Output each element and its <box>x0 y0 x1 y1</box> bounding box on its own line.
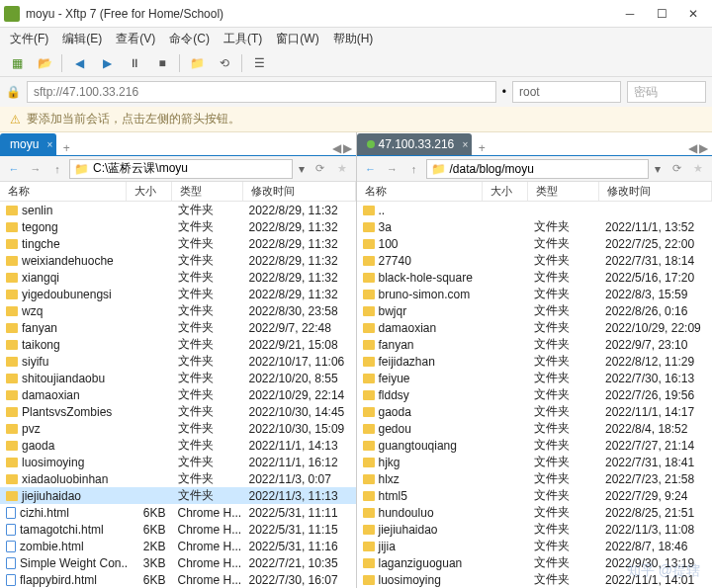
refresh-icon[interactable]: ⟳ <box>667 159 686 179</box>
bookmark-icon[interactable]: ★ <box>332 159 352 179</box>
refresh-icon[interactable]: ⟳ <box>311 159 330 179</box>
tab-prev-icon[interactable]: ◀ <box>688 141 697 155</box>
file-row[interactable]: luosimoying文件夹2022/11/1, 14:01 <box>357 571 713 588</box>
col-size[interactable]: 大小 <box>483 182 528 201</box>
file-row[interactable]: cizhi.html6KBChrome H...2022/5/31, 11:11 <box>0 504 356 521</box>
file-row[interactable]: PlantsvsZombies文件夹2022/10/30, 14:45 <box>0 403 356 420</box>
host-input[interactable]: sftp://47.100.33.216 <box>27 81 496 103</box>
tab-next-icon[interactable]: ▶ <box>343 141 352 155</box>
file-row[interactable]: jijia文件夹2022/8/7, 18:46 <box>357 538 713 554</box>
menu-edit[interactable]: 编辑(E) <box>56 29 108 49</box>
tab-local[interactable]: moyu× <box>0 133 56 155</box>
col-size[interactable]: 大小 <box>127 182 172 201</box>
file-row[interactable]: damaoxian文件夹2022/10/29, 22:14 <box>0 386 356 403</box>
file-row[interactable]: taikong文件夹2022/9/21, 15:08 <box>0 336 356 353</box>
file-row[interactable]: weixiandehuoche文件夹2022/8/29, 11:32 <box>0 252 356 269</box>
file-row[interactable]: bwjqr文件夹2022/8/26, 0:16 <box>357 302 713 319</box>
back-icon[interactable]: ← <box>4 159 24 179</box>
file-row[interactable]: html5文件夹2022/7/29, 9:24 <box>357 487 713 504</box>
file-row[interactable]: yigedoubunengsi文件夹2022/8/29, 11:32 <box>0 286 356 302</box>
tab-add[interactable]: + <box>56 141 76 155</box>
pause-icon[interactable]: ⏸ <box>124 52 145 74</box>
file-row[interactable]: fanyan文件夹2022/9/7, 23:10 <box>357 336 713 353</box>
col-date[interactable]: 修改时间 <box>243 182 356 201</box>
new-folder-icon[interactable]: 📁 <box>186 52 208 74</box>
file-row[interactable]: flddsy文件夹2022/7/26, 19:56 <box>357 386 713 403</box>
menu-help[interactable]: 帮助(H) <box>327 29 380 49</box>
file-row[interactable]: gedou文件夹2022/8/4, 18:52 <box>357 420 713 437</box>
minimize-button[interactable]: ─ <box>615 3 645 25</box>
local-filelist[interactable]: senlin文件夹2022/8/29, 11:32tegong文件夹2022/8… <box>0 202 356 588</box>
file-row[interactable]: jiejiuhaidao文件夹2022/11/3, 11:13 <box>0 487 356 504</box>
file-row[interactable]: feijidazhan文件夹2022/8/12, 11:29 <box>357 353 713 370</box>
local-path-input[interactable]: 📁 C:\蓝桥云课\moyu <box>69 159 293 179</box>
file-row[interactable]: jiejiuhaidao文件夹2022/11/3, 11:08 <box>357 521 713 538</box>
file-row[interactable]: guangtouqiang文件夹2022/7/27, 21:14 <box>357 437 713 454</box>
file-row[interactable]: flappybird.html6KBChrome H...2022/7/30, … <box>0 571 356 588</box>
col-type[interactable]: 类型 <box>172 182 243 201</box>
up-icon[interactable]: ↑ <box>47 159 67 179</box>
menu-command[interactable]: 命令(C) <box>163 29 216 49</box>
file-row[interactable]: 27740文件夹2022/7/31, 18:14 <box>357 252 713 269</box>
transfer-left-icon[interactable]: ◀ <box>68 52 90 74</box>
menu-window[interactable]: 窗口(W) <box>270 29 324 49</box>
file-row[interactable]: black-hole-square文件夹2022/5/16, 17:20 <box>357 269 713 286</box>
queue-icon[interactable]: ☰ <box>248 52 270 74</box>
open-session-icon[interactable]: 📂 <box>34 52 55 74</box>
menu-view[interactable]: 查看(V) <box>110 29 161 49</box>
menu-file[interactable]: 文件(F) <box>4 29 54 49</box>
sync-icon[interactable]: ⟲ <box>214 52 235 74</box>
file-row[interactable]: luosimoying文件夹2022/11/1, 16:12 <box>0 454 356 470</box>
menu-tools[interactable]: 工具(T) <box>218 29 268 49</box>
dropdown-icon[interactable]: ▾ <box>295 162 309 176</box>
file-row[interactable]: hundouluo文件夹2022/8/25, 21:51 <box>357 504 713 521</box>
up-icon[interactable]: ↑ <box>404 159 424 179</box>
tab-next-icon[interactable]: ▶ <box>699 141 708 155</box>
play-icon[interactable]: ▶ <box>96 52 118 74</box>
file-row[interactable]: xiadaoluobinhan文件夹2022/11/3, 0:07 <box>0 470 356 487</box>
file-row[interactable]: laganziguoguan文件夹2022/9/30, 13:19 <box>357 554 713 571</box>
file-row[interactable]: wzq文件夹2022/8/30, 23:58 <box>0 302 356 319</box>
new-session-icon[interactable]: ▦ <box>6 52 28 74</box>
back-icon[interactable]: ← <box>361 159 381 179</box>
file-row[interactable]: gaoda文件夹2022/11/1, 14:13 <box>0 437 356 454</box>
file-row[interactable]: shitoujiandaobu文件夹2022/10/20, 8:55 <box>0 370 356 386</box>
file-row[interactable]: hjkg文件夹2022/7/31, 18:41 <box>357 454 713 470</box>
username-input[interactable]: root <box>512 81 621 103</box>
tab-add[interactable]: + <box>472 141 491 155</box>
file-row[interactable]: damaoxian文件夹2022/10/29, 22:09 <box>357 319 713 336</box>
password-input[interactable]: 密码 <box>627 81 706 103</box>
stop-icon[interactable]: ■ <box>151 52 173 74</box>
col-name[interactable]: 名称 <box>0 182 127 201</box>
close-button[interactable]: ✕ <box>678 3 708 25</box>
file-row[interactable]: zombie.html2KBChrome H...2022/5/31, 11:1… <box>0 538 356 554</box>
close-icon[interactable]: × <box>47 139 53 150</box>
file-row[interactable]: pvz文件夹2022/10/30, 15:09 <box>0 420 356 437</box>
file-row[interactable]: tegong文件夹2022/8/29, 11:32 <box>0 218 356 235</box>
col-type[interactable]: 类型 <box>528 182 599 201</box>
close-icon[interactable]: × <box>462 139 468 150</box>
file-row[interactable]: tamagotchi.html6KBChrome H...2022/5/31, … <box>0 521 356 538</box>
bookmark-icon[interactable]: ★ <box>688 159 708 179</box>
remote-path-input[interactable]: 📁 /data/blog/moyu <box>426 159 650 179</box>
forward-icon[interactable]: → <box>383 159 402 179</box>
col-date[interactable]: 修改时间 <box>599 182 712 201</box>
remote-filelist[interactable]: ..3a文件夹2022/11/1, 13:52100文件夹2022/7/25, … <box>357 202 713 588</box>
forward-icon[interactable]: → <box>26 159 45 179</box>
file-row[interactable]: 3a文件夹2022/11/1, 13:52 <box>357 218 713 235</box>
file-row[interactable]: bruno-simon.com文件夹2022/8/3, 15:59 <box>357 286 713 302</box>
dropdown-icon[interactable]: ▾ <box>651 162 665 176</box>
file-row[interactable]: siyifu文件夹2022/10/17, 11:06 <box>0 353 356 370</box>
maximize-button[interactable]: ☐ <box>647 3 676 25</box>
file-row[interactable]: 100文件夹2022/7/25, 22:00 <box>357 235 713 252</box>
file-row[interactable]: .. <box>357 202 713 218</box>
file-row[interactable]: fanyan文件夹2022/9/7, 22:48 <box>0 319 356 336</box>
file-row[interactable]: senlin文件夹2022/8/29, 11:32 <box>0 202 356 218</box>
file-row[interactable]: Simple Weight Con...3KBChrome H...2022/7… <box>0 554 356 571</box>
file-row[interactable]: gaoda文件夹2022/11/1, 14:17 <box>357 403 713 420</box>
file-row[interactable]: hlxz文件夹2022/7/23, 21:58 <box>357 470 713 487</box>
tab-prev-icon[interactable]: ◀ <box>332 141 341 155</box>
col-name[interactable]: 名称 <box>357 182 484 201</box>
tab-remote[interactable]: 47.100.33.216× <box>357 133 473 155</box>
file-row[interactable]: tingche文件夹2022/8/29, 11:32 <box>0 235 356 252</box>
